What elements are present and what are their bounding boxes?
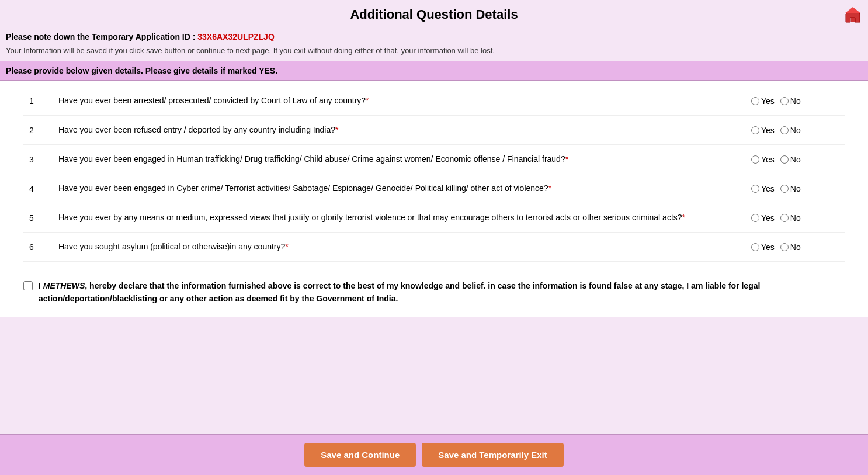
- notice-bar: Please provide below given details. Plea…: [0, 61, 868, 81]
- question-number-1: 1: [23, 96, 58, 106]
- question-row: 1 Have you ever been arrested/ prosecute…: [23, 86, 845, 116]
- required-marker-2: *: [335, 125, 338, 134]
- radio-yes-5[interactable]: Yes: [751, 213, 775, 223]
- question-row: 2 Have you ever been refused entry / dep…: [23, 116, 845, 145]
- radio-no-3[interactable]: No: [780, 155, 801, 164]
- footer-buttons: Save and Continue Save and Temporarily E…: [0, 434, 868, 475]
- radio-no-4[interactable]: No: [780, 184, 801, 193]
- svg-rect-2: [851, 18, 855, 22]
- question-row: 3 Have you ever been engaged in Human tr…: [23, 145, 845, 174]
- radio-no-label-3: No: [790, 155, 801, 164]
- radio-yes-input-2[interactable]: [751, 126, 759, 134]
- radio-no-6[interactable]: No: [780, 242, 801, 252]
- declaration-row: I METHEWS, hereby declare that the infor…: [23, 279, 845, 306]
- question-text-2: Have you ever been refused entry / depor…: [58, 124, 751, 136]
- radio-yes-input-3[interactable]: [751, 155, 759, 164]
- question-number-6: 6: [23, 242, 58, 252]
- radio-no-5[interactable]: No: [780, 213, 801, 223]
- radio-yes-input-4[interactable]: [751, 185, 759, 193]
- question-text-4: Have you ever been engaged in Cyber crim…: [58, 182, 751, 195]
- question-text-1: Have you ever been arrested/ prosecuted/…: [58, 95, 751, 107]
- questions-section: 1 Have you ever been arrested/ prosecute…: [0, 81, 868, 268]
- content-area: Additional Question Details Please note …: [0, 0, 868, 364]
- radio-no-input-5[interactable]: [780, 214, 789, 222]
- radio-no-2[interactable]: No: [780, 126, 801, 135]
- question-number-2: 2: [23, 126, 58, 135]
- svg-marker-1: [845, 7, 861, 13]
- radio-yes-label-2: Yes: [761, 126, 775, 135]
- radio-yes-2[interactable]: Yes: [751, 126, 775, 135]
- radio-group-6: Yes No: [751, 242, 845, 252]
- radio-no-label-5: No: [790, 213, 801, 223]
- page-wrapper: Additional Question Details Please note …: [0, 0, 868, 475]
- radio-group-4: Yes No: [751, 184, 845, 193]
- radio-no-1[interactable]: No: [780, 96, 801, 106]
- radio-yes-input-6[interactable]: [751, 243, 759, 251]
- radio-yes-label-5: Yes: [761, 213, 775, 223]
- question-row: 6 Have you sought asylum (political or o…: [23, 233, 845, 262]
- question-text-3: Have you ever been engaged in Human traf…: [58, 153, 751, 165]
- question-number-4: 4: [23, 184, 58, 193]
- declaration-section: I METHEWS, hereby declare that the infor…: [0, 268, 868, 317]
- radio-yes-label-1: Yes: [761, 96, 775, 106]
- radio-no-label-6: No: [790, 242, 801, 252]
- radio-group-1: Yes No: [751, 96, 845, 106]
- question-row: 5 Have you ever by any means or medium, …: [23, 203, 845, 233]
- question-number-3: 3: [23, 155, 58, 164]
- radio-no-label-1: No: [790, 96, 801, 106]
- radio-no-input-3[interactable]: [780, 155, 789, 164]
- declaration-name: METHEWS: [43, 281, 85, 290]
- radio-yes-label-3: Yes: [761, 155, 775, 164]
- radio-yes-3[interactable]: Yes: [751, 155, 775, 164]
- required-marker-3: *: [565, 154, 568, 164]
- save-exit-button[interactable]: Save and Temporarily Exit: [422, 443, 563, 467]
- required-marker-6: *: [285, 242, 288, 251]
- radio-no-label-2: No: [790, 126, 801, 135]
- radio-yes-6[interactable]: Yes: [751, 242, 775, 252]
- required-marker-1: *: [366, 96, 369, 105]
- radio-group-5: Yes No: [751, 213, 845, 223]
- question-row: 4 Have you ever been engaged in Cyber cr…: [23, 174, 845, 203]
- radio-yes-label-4: Yes: [761, 184, 775, 193]
- app-id-label: Please note down the Temporary Applicati…: [6, 32, 195, 41]
- declaration-checkbox[interactable]: [23, 281, 33, 290]
- radio-no-input-1[interactable]: [780, 97, 789, 105]
- declaration-text[interactable]: I METHEWS, hereby declare that the infor…: [39, 279, 845, 306]
- radio-no-input-4[interactable]: [780, 185, 789, 193]
- radio-no-input-6[interactable]: [780, 243, 789, 251]
- question-text-6: Have you sought asylum (political or oth…: [58, 241, 751, 253]
- radio-yes-label-6: Yes: [761, 242, 775, 252]
- question-number-5: 5: [23, 213, 58, 223]
- page-title: Additional Question Details: [23, 7, 845, 22]
- radio-no-label-4: No: [790, 184, 801, 193]
- app-id-value: 33X6AX32ULPZLJQ: [197, 32, 275, 41]
- radio-no-input-2[interactable]: [780, 126, 789, 134]
- radio-group-2: Yes No: [751, 126, 845, 135]
- save-continue-button[interactable]: Save and Continue: [304, 443, 416, 467]
- radio-yes-4[interactable]: Yes: [751, 184, 775, 193]
- question-text-5: Have you ever by any means or medium, ex…: [58, 212, 751, 224]
- app-id-row: Please note down the Temporary Applicati…: [0, 27, 868, 44]
- header: Additional Question Details: [0, 0, 868, 27]
- required-marker-4: *: [548, 183, 551, 193]
- home-icon[interactable]: [843, 6, 862, 25]
- required-marker-5: *: [682, 213, 685, 222]
- radio-yes-input-5[interactable]: [751, 214, 759, 222]
- radio-yes-input-1[interactable]: [751, 97, 759, 105]
- radio-group-3: Yes No: [751, 155, 845, 164]
- radio-yes-1[interactable]: Yes: [751, 96, 775, 106]
- info-text: Your Information will be saved if you cl…: [0, 44, 868, 61]
